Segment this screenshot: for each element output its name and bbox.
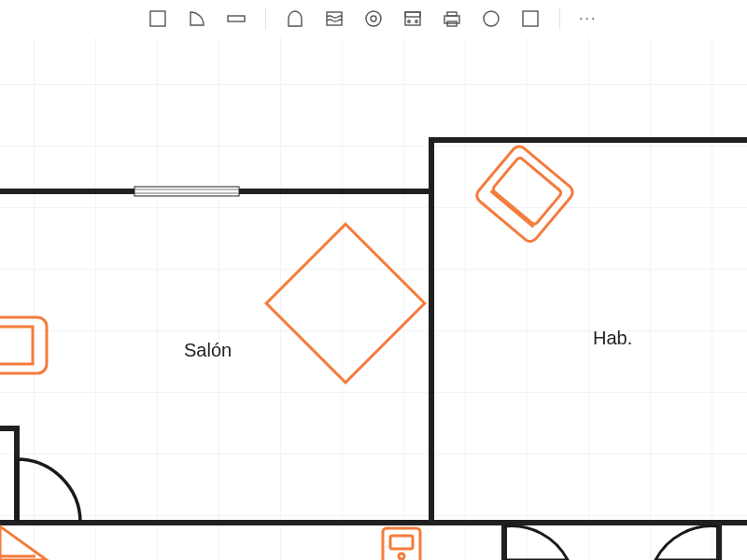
room-label-hab: Hab. [593,328,632,349]
svg-point-22 [399,553,404,559]
tool-quarter-icon[interactable] [187,8,207,29]
armchair-icon [474,144,576,245]
floorplan-canvas[interactable]: Salón Hab. [0,37,747,560]
tool-arch-icon[interactable] [285,8,305,29]
floorplan-svg [0,37,747,560]
svg-rect-14 [134,187,239,196]
svg-rect-1 [228,16,245,21]
svg-rect-6 [405,12,420,17]
svg-rect-20 [383,528,420,560]
top-toolbar: ··· [0,0,747,37]
svg-line-19 [490,191,533,228]
tool-circle-icon[interactable] [481,8,501,29]
svg-rect-2 [327,12,342,25]
doors [17,459,719,560]
svg-point-4 [371,16,376,21]
tool-square2-icon[interactable] [520,8,541,29]
toolbar-separator-2 [559,7,560,30]
walls [0,140,747,560]
furniture [0,144,575,560]
svg-rect-18 [492,157,563,226]
tool-square-icon[interactable] [148,8,168,29]
svg-point-8 [416,21,417,22]
svg-rect-10 [447,12,457,16]
svg-point-3 [366,11,381,26]
room-label-salon: Salón [184,340,232,361]
tool-flat-rect-icon[interactable] [226,8,247,29]
table-icon [266,224,425,383]
tool-window-box-icon[interactable] [402,8,423,29]
svg-rect-5 [405,12,420,25]
appliance-icon [383,528,420,560]
svg-rect-0 [150,11,165,26]
svg-rect-13 [523,11,538,26]
svg-point-12 [484,11,499,26]
svg-rect-21 [390,536,413,549]
tool-wave-rect-icon[interactable] [324,8,345,29]
corner-triangle-icon [0,526,47,560]
toolbar-separator [265,7,266,30]
wall-window [134,187,239,196]
tool-target-icon[interactable] [363,8,384,29]
tool-printer-icon[interactable] [442,8,462,29]
toolbar-more-icon[interactable]: ··· [579,10,597,27]
svg-point-7 [408,21,410,22]
sofa-left-icon [0,317,47,373]
